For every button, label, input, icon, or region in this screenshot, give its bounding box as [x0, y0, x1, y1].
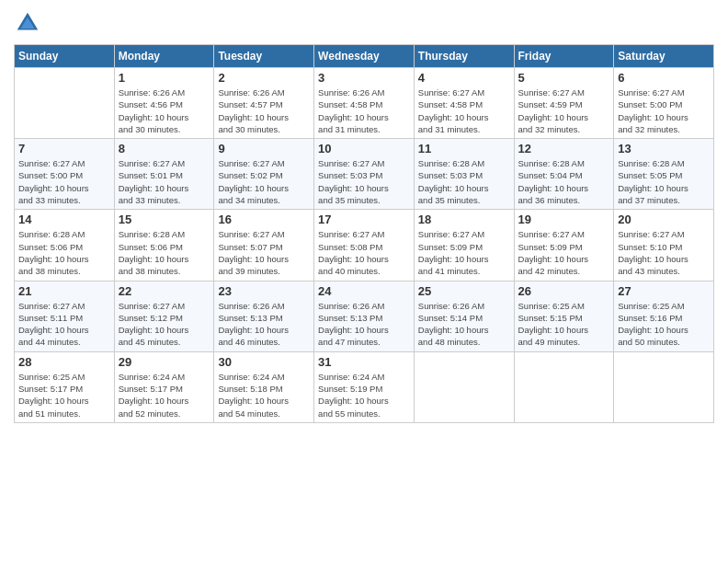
header-row: SundayMondayTuesdayWednesdayThursdayFrid…	[15, 45, 714, 68]
day-header-saturday: Saturday	[614, 45, 714, 68]
day-info: Sunrise: 6:28 AM Sunset: 5:03 PM Dayligh…	[418, 157, 510, 206]
calendar-cell: 11Sunrise: 6:28 AM Sunset: 5:03 PM Dayli…	[414, 139, 514, 210]
day-number: 22	[119, 284, 210, 298]
calendar-cell: 15Sunrise: 6:28 AM Sunset: 5:06 PM Dayli…	[114, 210, 214, 281]
day-number: 1	[119, 71, 210, 85]
logo	[14, 9, 45, 37]
calendar-cell	[15, 68, 115, 139]
day-number: 29	[119, 355, 210, 369]
day-info: Sunrise: 6:27 AM Sunset: 5:11 PM Dayligh…	[18, 300, 110, 349]
calendar-cell	[514, 351, 614, 422]
calendar-cell: 1Sunrise: 6:26 AM Sunset: 4:56 PM Daylig…	[114, 68, 214, 139]
calendar-cell: 22Sunrise: 6:27 AM Sunset: 5:12 PM Dayli…	[114, 281, 214, 351]
calendar-cell: 5Sunrise: 6:27 AM Sunset: 4:59 PM Daylig…	[514, 68, 614, 139]
week-row-4: 21Sunrise: 6:27 AM Sunset: 5:11 PM Dayli…	[15, 281, 714, 351]
day-info: Sunrise: 6:25 AM Sunset: 5:15 PM Dayligh…	[518, 300, 610, 349]
calendar-cell: 30Sunrise: 6:24 AM Sunset: 5:18 PM Dayli…	[214, 351, 314, 422]
header	[14, 9, 714, 37]
day-info: Sunrise: 6:27 AM Sunset: 5:09 PM Dayligh…	[518, 228, 610, 277]
calendar-cell: 17Sunrise: 6:27 AM Sunset: 5:08 PM Dayli…	[314, 210, 415, 281]
calendar-cell: 24Sunrise: 6:26 AM Sunset: 5:13 PM Dayli…	[314, 281, 415, 351]
calendar-header: SundayMondayTuesdayWednesdayThursdayFrid…	[15, 45, 714, 68]
calendar-cell: 29Sunrise: 6:24 AM Sunset: 5:17 PM Dayli…	[114, 351, 214, 422]
day-number: 24	[318, 284, 410, 298]
calendar-cell: 2Sunrise: 6:26 AM Sunset: 4:57 PM Daylig…	[214, 68, 314, 139]
day-info: Sunrise: 6:24 AM Sunset: 5:18 PM Dayligh…	[218, 371, 310, 419]
day-header-monday: Monday	[114, 45, 214, 68]
calendar-cell: 8Sunrise: 6:27 AM Sunset: 5:01 PM Daylig…	[114, 139, 214, 210]
day-number: 2	[218, 71, 310, 85]
day-info: Sunrise: 6:28 AM Sunset: 5:06 PM Dayligh…	[18, 228, 110, 277]
calendar-cell: 19Sunrise: 6:27 AM Sunset: 5:09 PM Dayli…	[514, 210, 614, 281]
day-number: 16	[218, 213, 310, 226]
page-container: SundayMondayTuesdayWednesdayThursdayFrid…	[0, 0, 728, 432]
day-info: Sunrise: 6:27 AM Sunset: 5:02 PM Dayligh…	[218, 157, 310, 206]
day-number: 27	[618, 284, 710, 298]
calendar-cell: 6Sunrise: 6:27 AM Sunset: 5:00 PM Daylig…	[614, 68, 714, 139]
calendar-cell: 7Sunrise: 6:27 AM Sunset: 5:00 PM Daylig…	[15, 139, 115, 210]
calendar-cell: 25Sunrise: 6:26 AM Sunset: 5:14 PM Dayli…	[414, 281, 514, 351]
day-info: Sunrise: 6:27 AM Sunset: 5:10 PM Dayligh…	[618, 228, 710, 277]
calendar-table: SundayMondayTuesdayWednesdayThursdayFrid…	[14, 44, 714, 423]
logo-icon	[14, 9, 41, 37]
calendar-body: 1Sunrise: 6:26 AM Sunset: 4:56 PM Daylig…	[15, 68, 714, 423]
week-row-2: 7Sunrise: 6:27 AM Sunset: 5:00 PM Daylig…	[15, 139, 714, 210]
calendar-cell: 18Sunrise: 6:27 AM Sunset: 5:09 PM Dayli…	[414, 210, 514, 281]
day-number: 20	[618, 213, 710, 226]
calendar-cell: 14Sunrise: 6:28 AM Sunset: 5:06 PM Dayli…	[15, 210, 115, 281]
calendar-cell: 27Sunrise: 6:25 AM Sunset: 5:16 PM Dayli…	[614, 281, 714, 351]
calendar-cell: 10Sunrise: 6:27 AM Sunset: 5:03 PM Dayli…	[314, 139, 415, 210]
day-info: Sunrise: 6:26 AM Sunset: 5:13 PM Dayligh…	[318, 300, 410, 349]
day-number: 4	[418, 71, 510, 85]
calendar-cell: 3Sunrise: 6:26 AM Sunset: 4:58 PM Daylig…	[314, 68, 415, 139]
day-header-sunday: Sunday	[15, 45, 115, 68]
day-info: Sunrise: 6:28 AM Sunset: 5:04 PM Dayligh…	[518, 157, 610, 206]
day-info: Sunrise: 6:27 AM Sunset: 5:00 PM Dayligh…	[18, 157, 110, 206]
calendar-cell: 12Sunrise: 6:28 AM Sunset: 5:04 PM Dayli…	[514, 139, 614, 210]
day-info: Sunrise: 6:28 AM Sunset: 5:05 PM Dayligh…	[618, 157, 710, 206]
day-number: 5	[518, 71, 610, 85]
week-row-3: 14Sunrise: 6:28 AM Sunset: 5:06 PM Dayli…	[15, 210, 714, 281]
day-number: 31	[318, 355, 410, 369]
day-info: Sunrise: 6:26 AM Sunset: 5:14 PM Dayligh…	[418, 300, 510, 349]
day-number: 11	[418, 142, 510, 155]
day-number: 21	[18, 284, 110, 298]
day-number: 28	[18, 355, 110, 369]
day-header-friday: Friday	[514, 45, 614, 68]
day-info: Sunrise: 6:27 AM Sunset: 4:58 PM Dayligh…	[418, 86, 510, 135]
calendar-cell: 9Sunrise: 6:27 AM Sunset: 5:02 PM Daylig…	[214, 139, 314, 210]
calendar-cell: 26Sunrise: 6:25 AM Sunset: 5:15 PM Dayli…	[514, 281, 614, 351]
day-info: Sunrise: 6:27 AM Sunset: 5:03 PM Dayligh…	[318, 157, 410, 206]
day-info: Sunrise: 6:25 AM Sunset: 5:16 PM Dayligh…	[618, 300, 710, 349]
day-info: Sunrise: 6:27 AM Sunset: 5:12 PM Dayligh…	[119, 300, 210, 349]
day-number: 30	[218, 355, 310, 369]
day-number: 14	[18, 213, 110, 226]
day-number: 15	[119, 213, 210, 226]
calendar-cell: 4Sunrise: 6:27 AM Sunset: 4:58 PM Daylig…	[414, 68, 514, 139]
week-row-1: 1Sunrise: 6:26 AM Sunset: 4:56 PM Daylig…	[15, 68, 714, 139]
calendar-cell: 28Sunrise: 6:25 AM Sunset: 5:17 PM Dayli…	[15, 351, 115, 422]
day-number: 9	[218, 142, 310, 155]
day-number: 19	[518, 213, 610, 226]
day-header-thursday: Thursday	[414, 45, 514, 68]
day-info: Sunrise: 6:27 AM Sunset: 5:01 PM Dayligh…	[119, 157, 210, 206]
calendar-cell: 23Sunrise: 6:26 AM Sunset: 5:13 PM Dayli…	[214, 281, 314, 351]
calendar-cell	[414, 351, 514, 422]
day-info: Sunrise: 6:26 AM Sunset: 4:56 PM Dayligh…	[119, 86, 210, 135]
calendar-cell	[614, 351, 714, 422]
day-info: Sunrise: 6:26 AM Sunset: 4:57 PM Dayligh…	[218, 86, 310, 135]
day-number: 3	[318, 71, 410, 85]
week-row-5: 28Sunrise: 6:25 AM Sunset: 5:17 PM Dayli…	[15, 351, 714, 422]
day-number: 13	[618, 142, 710, 155]
day-info: Sunrise: 6:27 AM Sunset: 5:08 PM Dayligh…	[318, 228, 410, 277]
day-number: 26	[518, 284, 610, 298]
day-number: 6	[618, 71, 710, 85]
day-info: Sunrise: 6:27 AM Sunset: 5:00 PM Dayligh…	[618, 86, 710, 135]
calendar-cell: 16Sunrise: 6:27 AM Sunset: 5:07 PM Dayli…	[214, 210, 314, 281]
calendar-cell: 20Sunrise: 6:27 AM Sunset: 5:10 PM Dayli…	[614, 210, 714, 281]
day-number: 10	[318, 142, 410, 155]
calendar-cell: 13Sunrise: 6:28 AM Sunset: 5:05 PM Dayli…	[614, 139, 714, 210]
day-number: 8	[119, 142, 210, 155]
day-info: Sunrise: 6:26 AM Sunset: 5:13 PM Dayligh…	[218, 300, 310, 349]
day-info: Sunrise: 6:26 AM Sunset: 4:58 PM Dayligh…	[318, 86, 410, 135]
